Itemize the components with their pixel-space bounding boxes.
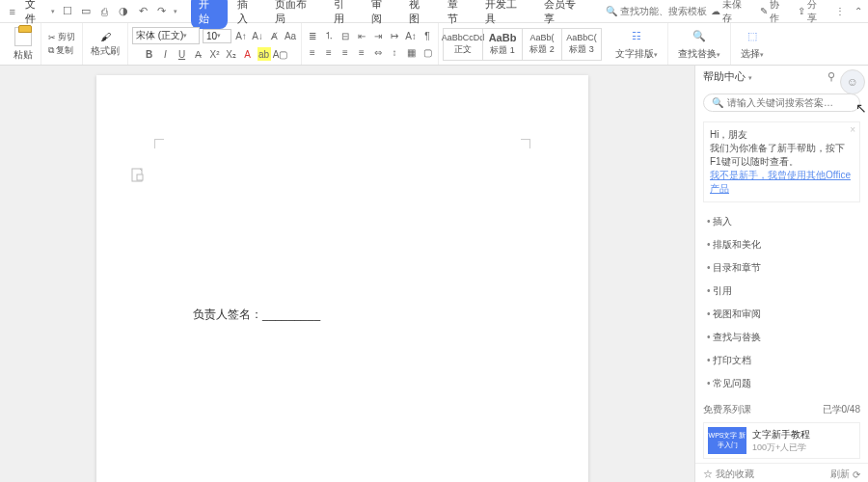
search-icon: 🔍 (712, 97, 723, 108)
cat-find[interactable]: 查找与替换 (695, 326, 868, 349)
tip-link[interactable]: 我不是新手，我曾使用其他Office产品 (710, 170, 851, 194)
lesson-section-label: 免费系列课 (703, 403, 751, 416)
shading-icon[interactable]: ▦ (404, 45, 418, 59)
bold-icon[interactable]: B (143, 47, 156, 61)
align-right-icon[interactable]: ≡ (339, 45, 352, 59)
help-title: 帮助中心 ▾ (703, 69, 822, 84)
change-case-icon[interactable]: Aa (284, 29, 297, 42)
cut-button[interactable]: ✂ 剪切 (48, 31, 75, 43)
sort-icon[interactable]: A↕ (404, 29, 418, 42)
help-search[interactable]: 🔍 (703, 94, 860, 112)
favorite-icon[interactable]: ☆ 我的收藏 (703, 468, 754, 481)
multilevel-list-icon[interactable]: ⊟ (339, 29, 352, 42)
more-icon[interactable]: ⋮ (835, 6, 845, 16)
collab-button[interactable]: ✎ 协作 (760, 0, 788, 25)
refresh-button[interactable]: 刷新 ⟳ (830, 468, 860, 481)
indent-icon[interactable]: ⇥ (371, 29, 385, 42)
font-size-select[interactable]: 10▾ (203, 29, 231, 43)
select-icon: ⬚ (744, 28, 761, 45)
superscript-icon[interactable]: X² (208, 47, 222, 61)
cat-insert[interactable]: 插入 (695, 210, 868, 233)
search-icon: 🔍 (606, 6, 617, 16)
show-marks-icon[interactable]: ¶ (420, 29, 434, 42)
unsaved-button[interactable]: ☁ 未保存 (711, 0, 750, 25)
style-heading1[interactable]: AaBb标题 1 (482, 28, 523, 61)
justify-icon[interactable]: ≡ (355, 45, 368, 59)
select-button[interactable]: ⬚ 选择▾ (735, 28, 770, 61)
new-icon[interactable]: ☐ (61, 5, 74, 18)
search-bar[interactable]: 🔍 (606, 6, 707, 16)
lesson-card[interactable]: WPS文字 新手入门 文字新手教程 100万+人已学 (703, 422, 860, 459)
tab-icon[interactable]: ↦ (388, 29, 401, 42)
tip-close-icon[interactable]: × (850, 124, 855, 135)
tip-greeting: Hi，朋友 (710, 128, 854, 142)
cat-print[interactable]: 打印文档 (695, 349, 868, 372)
subscript-icon[interactable]: X₂ (225, 47, 238, 61)
text-wrap-button[interactable]: ☷ 文字排版▾ (610, 28, 664, 61)
strike-icon[interactable]: A̶ (192, 47, 205, 61)
italic-icon[interactable]: I (159, 47, 173, 61)
page[interactable]: 负责人签名：_________ (96, 75, 588, 482)
text-wrap-icon: ☷ (628, 28, 645, 45)
help-panel: 帮助中心 ▾ ⚲ ✕ 🔍 × Hi，朋友 我们为你准备了新手帮助，按下F1键可以… (694, 66, 868, 482)
assistant-bubble[interactable]: ☺ (840, 69, 865, 94)
distribute-icon[interactable]: ⇔ (371, 45, 385, 59)
qat-dropdown-icon[interactable]: ▾ (174, 8, 177, 15)
copy-button[interactable]: ⧉ 复制 (48, 44, 75, 57)
highlight-icon[interactable]: ab (258, 47, 271, 61)
svg-rect-1 (137, 174, 143, 180)
paste-icon (14, 27, 32, 46)
document-canvas[interactable]: 负责人签名：_________ (0, 66, 694, 482)
border-icon[interactable]: ▢ (420, 45, 434, 59)
file-menu[interactable]: 文件 (25, 0, 45, 26)
cat-faq[interactable]: 常见问题 (695, 372, 868, 395)
file-dropdown-icon[interactable]: ▾ (51, 8, 55, 15)
style-heading3[interactable]: AaBbC(标题 3 (561, 28, 602, 61)
lesson-thumb: WPS文字 新手入门 (708, 427, 746, 454)
cat-toc[interactable]: 目录和章节 (695, 256, 868, 280)
undo-icon[interactable]: ↶ (136, 5, 149, 18)
number-list-icon[interactable]: ⒈ (322, 29, 336, 42)
lesson-title: 文字新手教程 (752, 428, 810, 442)
share-button[interactable]: ⇪ 分享 (798, 0, 826, 25)
align-center-icon[interactable]: ≡ (322, 45, 336, 59)
underline-icon[interactable]: U (176, 47, 189, 61)
help-search-input[interactable] (727, 97, 852, 108)
menu-icon[interactable]: ≡ (6, 5, 19, 18)
tip-box: × Hi，朋友 我们为你准备了新手帮助，按下F1键可以随时查看。 我不是新手，我… (703, 121, 860, 202)
clear-format-icon[interactable]: A̸ (267, 29, 281, 42)
margin-mark-tr (521, 139, 530, 148)
brush-icon: 🖌 (100, 31, 111, 42)
open-icon[interactable]: ▭ (80, 5, 94, 18)
style-normal[interactable]: AaBbCcDd正文 (443, 28, 483, 61)
collapse-icon[interactable]: ⌃ (854, 6, 862, 16)
shrink-font-icon[interactable]: A↓ (251, 29, 264, 42)
bullet-list-icon[interactable]: ≣ (306, 29, 319, 42)
line-spacing-icon[interactable]: ↕ (388, 45, 401, 59)
outdent-icon[interactable]: ⇤ (355, 29, 368, 42)
cursor-icon: ↖ (855, 100, 867, 116)
format-painter-button[interactable]: 🖌 格式刷 (87, 31, 123, 58)
align-left-icon[interactable]: ≡ (306, 45, 319, 59)
search-input[interactable] (620, 6, 707, 16)
pin-icon[interactable]: ⚲ (827, 70, 841, 83)
char-border-icon[interactable]: A▢ (274, 47, 287, 61)
document-body-text[interactable]: 负责人签名：_________ (193, 307, 320, 323)
grow-font-icon[interactable]: A↑ (234, 29, 248, 42)
margin-mark-tl (154, 139, 164, 148)
cat-reference[interactable]: 引用 (695, 280, 868, 303)
redo-icon[interactable]: ↷ (155, 5, 169, 18)
find-replace-button[interactable]: 🔍 查找替换▾ (672, 28, 726, 61)
tip-body: 我们为你准备了新手帮助，按下F1键可以随时查看。 (710, 142, 854, 169)
lesson-progress: 已学0/48 (823, 403, 860, 416)
preview-icon[interactable]: ◑ (118, 5, 131, 18)
help-category-list: 插入 排版和美化 目录和章节 引用 视图和审阅 查找与替换 打印文档 常见问题 (695, 210, 868, 395)
font-color-icon[interactable]: A (241, 47, 255, 61)
lesson-subtitle: 100万+人已学 (752, 442, 810, 454)
cat-review[interactable]: 视图和审阅 (695, 303, 868, 326)
paste-button[interactable]: 粘贴 (10, 27, 37, 62)
cat-layout[interactable]: 排版和美化 (695, 233, 868, 256)
print-icon[interactable]: ⎙ (98, 5, 112, 18)
style-heading2[interactable]: AaBb(标题 2 (522, 28, 562, 61)
font-name-select[interactable]: 宋体 (正文)▾ (132, 27, 200, 44)
